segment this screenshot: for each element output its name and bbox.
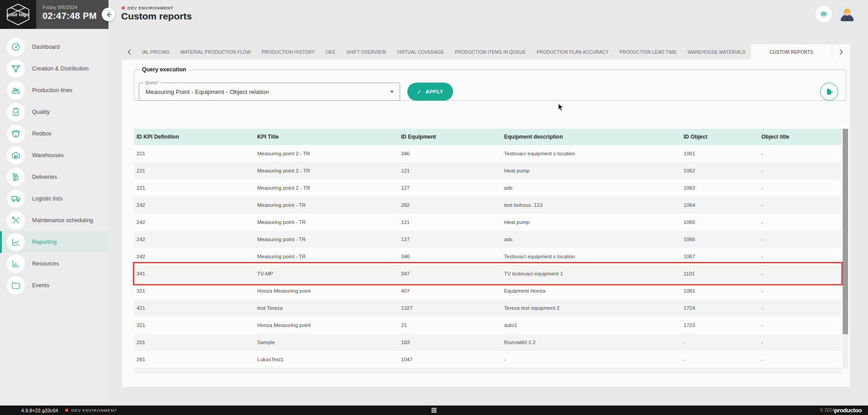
table-row[interactable]: 221Measuring point 2 - TR346Testovací eq… [134,145,842,162]
export-button[interactable] [820,83,838,101]
query-select-value: Measuring Point - Equipment - Object rel… [146,89,269,95]
apply-button-label: APPLY [425,89,443,94]
tab-virtual-coverage[interactable]: VIRTUAL COVERAGE [392,44,449,60]
arrow-left-icon [106,12,112,18]
table-row[interactable]: 242Measuring point - TR127ads1066- [134,231,842,248]
table-row[interactable]: 321Honza Measuring point407Equipment Hon… [134,282,842,299]
column-header-object-title: Object title [759,134,842,140]
table-cell: 281 [134,357,255,362]
table-cell: Heat pump [501,219,681,225]
table-row[interactable]: 221Measuring point 2 - TR127ads1063- [134,179,842,196]
share-nodes-icon [7,60,25,78]
sidebar-item-dashboard[interactable]: Dashboard [0,36,108,58]
chevron-right-icon [840,49,843,55]
table-cell: - [759,219,842,225]
sidebar-item-label: Resources [32,261,59,267]
sidebar-item-label: Reporting [32,239,57,245]
tabs-scroll-right-button[interactable] [832,44,850,60]
table-cell: 121 [398,168,501,173]
sidebar-item-warehouses[interactable]: Warehouses [0,145,108,166]
tab-warehouse-materials[interactable]: WAREHOUSE MATERIALS [682,44,751,60]
table-cell: 1101 [681,271,759,276]
sidebar-item-reporting[interactable]: Reporting [0,231,108,253]
tab-oee[interactable]: OEE [320,44,341,60]
productoo-logo: productoo [834,407,862,414]
table-row[interactable]: 321Honza Measuring point21auto11723- [134,317,842,334]
main-area: DEV ENVIRONMENT Custom reports IAL [108,0,868,406]
chat-bot-button[interactable] [816,6,832,22]
sidebar-item-resources[interactable]: Resources [0,253,108,275]
sidebar-item-creation-distribution[interactable]: Creation & Distribution [0,58,108,79]
table-row[interactable]: 201Sample183Rozvaděč č.2-- [134,334,842,351]
table-cell: 341 [134,271,255,276]
table-cell: 242 [134,202,255,208]
hand-truck-icon [7,168,25,186]
sidebar-item-label: Logistic lists [32,196,62,202]
table-cell: 346 [398,254,501,259]
sidebar-item-deliveries[interactable]: Deliveries [0,166,108,188]
truck-icon [7,190,25,208]
table-cell: 183 [398,340,501,345]
table-cell: Sample [255,340,398,345]
table-cell: 127 [398,237,501,242]
table-row[interactable]: 242Measuring point - TR282test bohous..1… [134,196,842,214]
table-row[interactable]: 421test Tereza1327Tereza test equipment … [134,299,842,317]
grid-menu-icon[interactable] [432,408,437,413]
sidebar-item-label: Redbox [32,131,52,137]
sidebar-item-redbox[interactable]: Redbox [0,123,108,145]
folder-icon [7,276,25,294]
table-cell: 127 [398,185,501,191]
table-cell: Measuring point - TR [255,254,398,259]
table-cell: 221 [134,185,255,191]
table-cell: 1724 [681,305,759,311]
sidebar-item-logistic-lists[interactable]: Logistic lists [0,188,108,210]
table-cell: - [759,340,842,345]
page-title: Custom reports [121,11,192,22]
query-select[interactable]: Query* Measuring Point - Equipment - Obj… [139,83,400,101]
back-button[interactable] [102,8,115,21]
gauge-icon [7,38,25,56]
tab-production-lead-time[interactable]: PRODUCTION LEAD TIME [614,44,682,60]
avatar[interactable] [838,5,856,23]
table-cell: 242 [134,237,255,242]
query-execution-legend: Query execution [139,66,189,73]
current-date: Friday 9/6/2024 [42,5,108,10]
table-row[interactable]: 242Measuring point - TR346Testovací equi… [134,248,842,265]
table-cell: 1081 [681,288,759,294]
tab-production-history[interactable]: PRODUCTION HISTORY [256,44,321,60]
sidebar-item-events[interactable]: Events [0,275,108,296]
table-cell: auto1 [501,322,681,328]
table-row[interactable]: 341TV-MP347TV testovací equipment 11101- [134,265,842,282]
table-cell: 21 [398,322,501,328]
apply-button[interactable]: ✓ APPLY [407,83,453,101]
report-tabs: IAL PRICINGMATERIAL PRODUCTION FLOWPRODU… [137,44,832,60]
environment-badge: DEV ENVIRONMENT [122,5,173,10]
table-scrollbar[interactable] [843,129,848,368]
table-cell: Honza Measuring point [255,288,398,294]
tabs-scroll-left-button[interactable] [122,44,137,60]
sidebar-item-quality[interactable]: Quality [0,101,108,123]
footer-env-label: DEV ENVIRONMENT [71,408,117,413]
sidebar-item-maintenance-scheduling[interactable]: Maintenance scheduling [0,210,108,231]
table-cell: TV-MP [255,271,398,276]
table-row[interactable]: 281LukasTest11047--- [134,351,842,368]
column-header-kpi-title: KPI Title [255,134,398,140]
sidebar-item-label: Production lines [32,87,72,93]
table-scrollbar-thumb[interactable] [843,129,848,334]
table-cell: TV testovací equipment 1 [501,271,681,276]
table-row[interactable]: 221Measuring point 2 - TR121Heat pump106… [134,162,842,179]
logo-text: your logo [7,12,29,17]
table-header-row: ID KPI DefinitionKPI TitleID EquipmentEq… [134,129,842,145]
table-cell: ads [501,185,681,191]
table-cell: 347 [398,271,501,276]
tab-shift-overview[interactable]: SHIFT OVERVIEW [341,44,392,60]
tab-production-plan-accuracy[interactable]: PRODUCTION PLAN ACCURACY [531,44,614,60]
tab-material-production-flow[interactable]: MATERIAL PRODUCTION FLOW [175,44,256,60]
sidebar-item-production-lines[interactable]: Production lines [0,79,108,101]
tab-custom-reports[interactable]: CUSTOM REPORTS [751,44,832,60]
table-cell: test Tereza [255,305,398,311]
tab-ial-pricing[interactable]: IAL PRICING [137,44,175,60]
table-row[interactable]: 242Measuring point - TR121Heat pump1065- [134,214,842,231]
table-cell: 1723 [681,322,759,328]
tab-production-items-in-queue[interactable]: PRODUCTION ITEMS IN QUEUE [449,44,531,60]
